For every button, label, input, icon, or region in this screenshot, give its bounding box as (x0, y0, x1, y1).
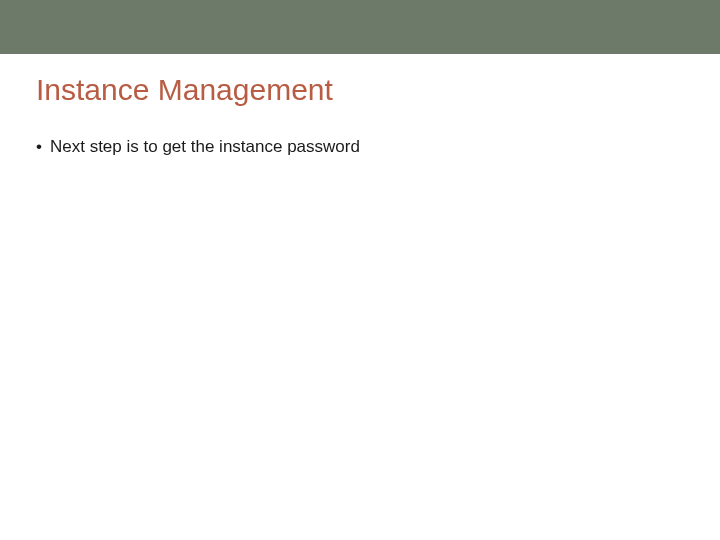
header-bar (0, 0, 720, 54)
bullet-text: Next step is to get the instance passwor… (50, 136, 360, 158)
bullet-dot-icon: • (36, 136, 42, 158)
slide-content: Instance Management • Next step is to ge… (0, 54, 720, 158)
bullet-item: • Next step is to get the instance passw… (36, 136, 684, 158)
slide-title: Instance Management (36, 72, 684, 108)
